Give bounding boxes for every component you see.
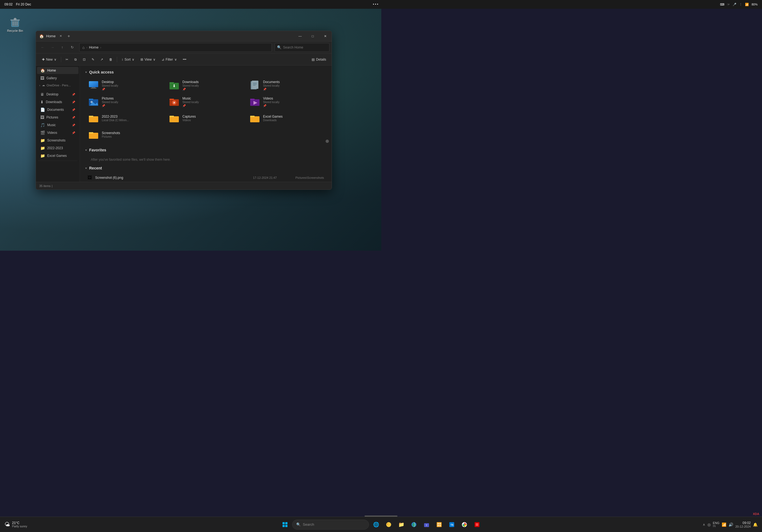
pictures-icon: 🖼 bbox=[40, 115, 44, 119]
sidebar-item-gallery[interactable]: 🖼 Gallery bbox=[37, 75, 78, 82]
qa-item-pictures[interactable]: Pictures Stored locally 📌 bbox=[85, 94, 165, 110]
cloud-icon: ☁ bbox=[42, 83, 45, 87]
cut-button[interactable]: ✂ bbox=[63, 55, 71, 64]
recent-item-screenshot[interactable]: 🖼 Screenshot (6).png 17-12-2024 21:47 Pi… bbox=[85, 174, 326, 182]
title-bar: 🏠 Home ✕ + — □ ✕ bbox=[36, 31, 332, 41]
sidebar-item-downloads[interactable]: ⬇ Downloads 📌 bbox=[37, 99, 78, 106]
qa-chevron-icon: ▾ bbox=[85, 70, 87, 74]
sep-1 bbox=[61, 57, 61, 62]
pin-icon-music: 📌 bbox=[72, 124, 75, 127]
qa-downloads-icon-wrap: ⬇ bbox=[169, 80, 180, 91]
sidebar-item-videos[interactable]: 🎬 Videos 📌 bbox=[37, 129, 78, 136]
tab-close-button[interactable]: ✕ bbox=[58, 33, 64, 39]
sidebar-item-excel[interactable]: 📁 Excel Games bbox=[37, 152, 78, 159]
fav-chevron-icon: ▾ bbox=[85, 148, 87, 152]
sidebar-item-documents[interactable]: 📄 Documents 📌 bbox=[37, 106, 78, 113]
sidebar-item-pictures[interactable]: 🖼 Pictures 📌 bbox=[37, 114, 78, 121]
sidebar-item-home[interactable]: 🏠 Home bbox=[37, 67, 78, 74]
delete-button[interactable]: 🗑 bbox=[107, 55, 115, 64]
qa-item-2022[interactable]: 2022-2023 Local Disk (C:\Winm... bbox=[85, 111, 165, 126]
qa-excel-icon-wrap bbox=[249, 113, 260, 124]
qa-music-pin: 📌 bbox=[183, 104, 199, 107]
add-tab-button[interactable]: + bbox=[65, 33, 73, 40]
svg-rect-13 bbox=[170, 82, 174, 83]
qa-2022-sub: Local Disk (C:\Winm... bbox=[102, 119, 129, 122]
refresh-button[interactable]: ↻ bbox=[68, 43, 77, 52]
qa-downloads-info: Downloads Stored locally 📌 bbox=[183, 80, 199, 91]
search-bar[interactable]: 🔍 bbox=[274, 43, 330, 52]
search-input[interactable] bbox=[283, 45, 327, 49]
rename-button[interactable]: ✎ bbox=[89, 55, 97, 64]
copy-button[interactable]: ⧉ bbox=[72, 55, 80, 64]
qa-2022-icon-wrap bbox=[88, 113, 99, 124]
qa-videos-sub: Stored locally bbox=[263, 101, 279, 104]
qa-item-desktop[interactable]: Desktop Stored locally 📌 bbox=[85, 78, 165, 93]
music-icon: 🎵 bbox=[40, 123, 45, 127]
favorites-empty: After you've favorited some files, we'll… bbox=[85, 156, 326, 166]
sidebar-item-desktop[interactable]: 🖥 Desktop 📌 bbox=[37, 91, 78, 98]
minimize-button[interactable]: — bbox=[294, 31, 306, 41]
qa-item-documents[interactable]: Documents Stored locally 📌 bbox=[247, 78, 326, 93]
paste-button[interactable]: ⊡ bbox=[80, 55, 88, 64]
explorer-window: 🏠 Home ✕ + — □ ✕ bbox=[36, 31, 332, 190]
qa-music-name: Music bbox=[183, 97, 199, 100]
back-icon: ← bbox=[41, 45, 44, 49]
filter-icon: ⊿ bbox=[162, 58, 164, 61]
sidebar-pictures-label: Pictures bbox=[46, 115, 58, 119]
address-location: Home bbox=[89, 45, 99, 49]
downloads-icon: ⬇ bbox=[40, 100, 43, 104]
new-chevron: ∨ bbox=[54, 58, 56, 61]
qa-captures-name: Captures bbox=[183, 114, 196, 118]
sidebar-downloads-label: Downloads bbox=[46, 100, 62, 104]
new-button[interactable]: ✚ New ∨ bbox=[39, 55, 59, 64]
view-button[interactable]: ⊞ View ∨ bbox=[138, 55, 158, 64]
back-button[interactable]: ← bbox=[38, 43, 47, 52]
qa-item-excel[interactable]: Excel Games Downloads bbox=[247, 111, 326, 126]
documents-icon: 📄 bbox=[40, 108, 45, 112]
scrollbar-thumb[interactable] bbox=[326, 140, 329, 143]
qa-videos-icon-wrap bbox=[249, 96, 260, 107]
qa-item-downloads[interactable]: ⬇ Downloads Stored locally 📌 bbox=[166, 78, 246, 93]
qa-item-screenshots[interactable]: Screenshots Pictures bbox=[85, 127, 165, 142]
window-title: Home bbox=[46, 34, 56, 38]
file-area: ▾ Quick access bbox=[80, 65, 332, 182]
quick-access-title: Quick access bbox=[89, 70, 114, 74]
close-button[interactable]: ✕ bbox=[319, 31, 332, 41]
svg-rect-18 bbox=[253, 84, 257, 84]
recent-header[interactable]: ▾ Recent bbox=[85, 166, 326, 170]
toolbar: ✚ New ∨ ✂ ⧉ ⊡ ✎ ↗ 🗑 bbox=[36, 53, 332, 65]
svg-rect-16 bbox=[252, 81, 259, 89]
qa-item-music[interactable]: ♪ Music Stored locally 📌 bbox=[166, 94, 246, 110]
more-button[interactable]: ••• bbox=[180, 55, 189, 64]
sidebar-item-music[interactable]: 🎵 Music 📌 bbox=[37, 121, 78, 129]
share-button[interactable]: ↗ bbox=[98, 55, 106, 64]
recycle-bin-icon[interactable]: Recycle Bin bbox=[6, 17, 25, 33]
sidebar-onedrive[interactable]: › ☁ OneDrive - Pers... bbox=[36, 82, 80, 88]
favorites-title: Favorites bbox=[89, 148, 106, 152]
sidebar-item-2022[interactable]: 📁 2022-2023 bbox=[37, 144, 78, 152]
quick-access-header[interactable]: ▾ Quick access bbox=[85, 70, 326, 74]
qa-item-videos[interactable]: Videos Stored locally 📌 bbox=[247, 94, 326, 110]
items-count: 35 items bbox=[39, 184, 51, 188]
details-button[interactable]: ▤ Details bbox=[309, 56, 328, 62]
qa-documents-info: Documents Stored locally 📌 bbox=[263, 80, 280, 91]
view-label: View bbox=[145, 58, 152, 61]
sort-button[interactable]: ↕ Sort ∨ bbox=[119, 55, 137, 64]
filter-button[interactable]: ⊿ Filter ∨ bbox=[159, 55, 180, 64]
up-button[interactable]: ↑ bbox=[58, 43, 67, 52]
address-bar[interactable]: ⌂ › Home › bbox=[79, 43, 272, 52]
svg-rect-21 bbox=[89, 99, 93, 100]
qa-pictures-pin: 📌 bbox=[102, 104, 118, 107]
qa-documents-name: Documents bbox=[263, 80, 280, 84]
pin-icon-documents: 📌 bbox=[72, 108, 75, 111]
favorites-header[interactable]: ▾ Favorites bbox=[85, 148, 326, 152]
qa-item-captures[interactable]: Captures Videos bbox=[166, 111, 246, 126]
sidebar-item-screenshots[interactable]: 📁 Screenshots bbox=[37, 137, 78, 144]
recent-chevron-icon: ▾ bbox=[85, 167, 87, 170]
maximize-button[interactable]: □ bbox=[306, 31, 319, 41]
qa-screenshots-icon-wrap bbox=[88, 129, 99, 140]
explorer-status-bar: 35 items | bbox=[36, 182, 332, 190]
sidebar-onedrive-label: OneDrive - Pers... bbox=[47, 84, 71, 87]
forward-button[interactable]: → bbox=[48, 43, 57, 52]
qa-2022-name: 2022-2023 bbox=[102, 114, 129, 118]
